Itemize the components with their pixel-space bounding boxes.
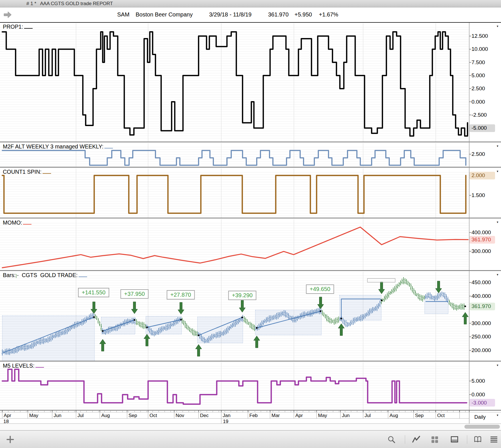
buy-arrow-icon (462, 312, 468, 324)
chart-application-window: { "window": { "title": "# 1 * AAA CGTS G… (0, 0, 501, 448)
trendline-tool-icon[interactable] (412, 436, 420, 443)
trade-zone (425, 297, 448, 314)
panel-layout-icon[interactable] (451, 436, 458, 443)
buy-arrow-icon (254, 336, 260, 348)
signal-dot (340, 318, 342, 319)
signal-dot (198, 334, 199, 336)
timeframe-label[interactable]: Daily (474, 414, 486, 420)
series-prop1 (2, 32, 468, 136)
series-count1 (2, 175, 466, 213)
signal-dot (241, 317, 243, 318)
signal-dot (146, 326, 148, 328)
book-icon[interactable] (474, 436, 482, 443)
signal-dot (256, 327, 257, 328)
buy-arrow-icon (100, 339, 106, 351)
series-m2f (2, 150, 466, 165)
toolbar-separator (405, 435, 405, 444)
signal-dot (102, 330, 103, 332)
horizontal-scrollbar-thumb[interactable] (464, 425, 500, 429)
horizontal-scrollbar-track[interactable] (0, 424, 501, 430)
sell-arrow-icon (178, 302, 184, 314)
signal-dot (134, 319, 135, 321)
signal-dot (320, 310, 321, 312)
add-panel-button[interactable] (6, 436, 14, 443)
bottom-toolbar (0, 430, 501, 448)
signal-dot (381, 300, 382, 301)
list-lines-icon[interactable] (490, 436, 498, 443)
search-icon[interactable] (388, 436, 395, 443)
grid-layout-icon[interactable] (431, 436, 439, 443)
signal-dot (180, 319, 182, 320)
series-m5 (2, 369, 467, 404)
signal-dot (464, 305, 466, 307)
signal-dot (93, 316, 94, 318)
buy-arrow-icon (338, 324, 344, 336)
toolbar-separator (467, 435, 467, 444)
chart-canvas (0, 0, 501, 448)
